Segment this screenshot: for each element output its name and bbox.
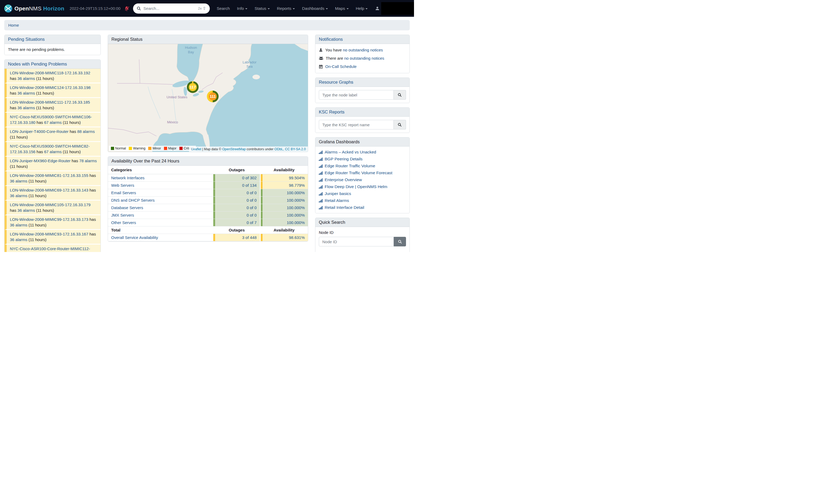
grafana-dashboard-item: Edge Router Traffic Volume Forecast [319, 171, 406, 175]
availability-category-link[interactable]: Database Servers [111, 205, 143, 210]
node-alarms-link[interactable]: 36 alarms [17, 105, 35, 110]
user-menu[interactable] [375, 2, 414, 15]
availability-category: JMX Servers [108, 212, 213, 219]
nav-item-search[interactable]: Search [217, 6, 230, 11]
node-id-search-button[interactable] [394, 237, 406, 246]
node-alarms-link[interactable]: 36 alarms [17, 91, 35, 95]
grafana-dashboard-link[interactable]: Retail Alarms [325, 198, 349, 203]
nav-item-reports[interactable]: Reports [277, 6, 295, 11]
node-alarms-link[interactable]: 36 alarms [17, 208, 35, 213]
global-search-input[interactable] [143, 6, 196, 11]
notifications-panel: Notifications You have no outstanding no… [315, 35, 410, 73]
node-problem-item: LON-Juniper-MX960-Edge-Router has 78 ala… [4, 156, 100, 171]
node-link[interactable]: LON-Juniper-MX960-Edge-Router [10, 158, 71, 163]
ksc-reports-header: KSC Reports [315, 108, 410, 117]
nav-item-status[interactable]: Status [255, 6, 270, 11]
grafana-dashboard-link[interactable]: Edge Router Traffic Volume [325, 164, 375, 168]
grafana-dashboard-item: Edge Router Traffic Volume [319, 164, 406, 168]
nav-item-maps[interactable]: Maps [335, 6, 349, 11]
resource-graphs-header: Resource Graphs [315, 78, 410, 87]
grafana-dashboard-link[interactable]: Enterprise Overview [325, 177, 362, 182]
duration-text: (11 hours) [35, 91, 54, 95]
brand-nms: NMS [29, 5, 41, 11]
grafana-dashboard-link[interactable]: Retail Interface Detail [325, 205, 364, 210]
availability-category-link[interactable]: DNS and DHCP Servers [111, 198, 155, 202]
openstreetmap-link[interactable]: OpenStreetMap [222, 147, 246, 151]
node-link[interactable]: LON-Window-2008-MIMIC105-172.16.33.179 [10, 202, 91, 207]
node-link[interactable]: LON-Window-2008-MIMIC118-172.16.33.192 [10, 71, 90, 75]
resource-graphs-title-link[interactable]: Resource Graphs [319, 80, 353, 84]
availability-percvalue-cell: 100.000% [260, 212, 308, 219]
node-alarms-link[interactable]: 36 alarms [10, 223, 28, 227]
brand[interactable]: OpenNMSHorizon [4, 4, 64, 12]
map-cluster-count: 117 [189, 83, 197, 91]
nav-item-help[interactable]: Help [356, 6, 368, 11]
node-link[interactable]: NYC-Cisco-ASR100-Core-Router-MIMIC112-17… [10, 246, 90, 252]
availability-category: Network Interfaces [108, 174, 213, 182]
ksc-reports-input[interactable] [319, 120, 394, 130]
user-notices-link[interactable]: no outstanding notices [343, 48, 383, 52]
node-link[interactable]: LON-Window-2008-MIMIC69-172.16.33.143 [10, 188, 88, 192]
availability-row: Overall Service Availability3 of 44898.6… [108, 234, 308, 241]
node-id-input[interactable] [319, 237, 394, 246]
license-link[interactable]: ODbL, CC BY-SA 2.0 [274, 147, 306, 151]
node-link[interactable]: LON-Window-2008-MIMIC99-172.16.33.173 [10, 217, 88, 222]
nodes-pending-problems-title-link[interactable]: Nodes with Pending Problems [8, 61, 67, 66]
leaflet-link[interactable]: Leaflet [191, 147, 201, 151]
chevron-down-icon [366, 8, 368, 9]
node-alarms-link[interactable]: 36 alarms [17, 76, 35, 81]
node-alarms-link[interactable]: 67 alarms [44, 120, 61, 125]
availability-category-link[interactable]: Email Servers [111, 190, 136, 195]
node-alarms-link[interactable]: 36 alarms [10, 179, 28, 183]
resource-graphs-search-button[interactable] [394, 90, 406, 100]
resource-graphs-input[interactable] [319, 90, 394, 100]
node-link[interactable]: LON-Window-2008-MIMIC124-172.16.33.198 [10, 85, 91, 90]
availability-category-link[interactable]: JMX Servers [111, 213, 134, 217]
node-alarms-link[interactable]: 36 alarms [10, 193, 28, 198]
map-cluster-marker[interactable]: 117 [187, 81, 199, 93]
availability-category-link[interactable]: Network Interfaces [111, 176, 144, 180]
availability-category-link[interactable]: Web Servers [111, 183, 134, 188]
node-alarms-link[interactable]: 67 alarms [44, 149, 61, 154]
people-icon [319, 56, 323, 62]
node-alarms-link[interactable]: 36 alarms [10, 237, 28, 242]
notifications-header: Notifications [315, 35, 410, 44]
availability-category-link[interactable]: Overall Service Availability [111, 235, 158, 240]
redacted-username[interactable] [381, 2, 414, 15]
grafana-dashboard-link[interactable]: BGP Peering Details [325, 156, 363, 162]
grafana-dashboard-link[interactable]: Juniper basics [325, 191, 351, 196]
notifications-title-link[interactable]: Notifications [319, 37, 343, 42]
has-text: has [10, 208, 17, 213]
nav-item-dashboards[interactable]: Dashboards [302, 6, 328, 11]
map-cluster-marker[interactable]: 111 [207, 91, 219, 102]
map-cluster-count: 111 [209, 92, 217, 100]
notifications-off-icon[interactable] [124, 6, 129, 11]
availability-category: Email Servers [108, 189, 213, 196]
ksc-reports-search-button[interactable] [394, 120, 406, 130]
has-text: has [36, 149, 44, 154]
availability-category: DNS and DHCP Servers [108, 196, 213, 204]
pending-situations-title-link[interactable]: Pending Situations [8, 37, 45, 42]
grafana-dashboard-link[interactable]: Edge Router Traffic Volume Forecast [325, 171, 392, 175]
has-text: has [10, 91, 17, 95]
pending-situations-header: Pending Situations [4, 35, 100, 44]
node-link[interactable]: LON-Window-2008-MIMIC111-172.16.33.185 [10, 100, 90, 104]
grafana-dashboard-link[interactable]: Alarms – Acked vs Unacked [325, 150, 376, 154]
breadcrumb-home-link[interactable]: Home [8, 23, 19, 28]
node-link[interactable]: LON-Window-2008-MIMIC93-172.16.33.167 [10, 232, 88, 236]
col-outages: Outages [213, 166, 260, 174]
oncall-schedule-link[interactable]: On-Call Schedule [325, 64, 357, 70]
region-map[interactable]: Hudson BayLabrador SeaUnited StatesMéxic… [108, 44, 308, 152]
grafana-dashboard-link[interactable]: Flow Deep Dive | OpenNMS Helm [325, 184, 387, 189]
has-text: has [36, 120, 44, 125]
all-notices-link[interactable]: no outstanding notices [344, 56, 384, 60]
ksc-reports-title-link[interactable]: KSC Reports [319, 109, 344, 114]
nav-item-info[interactable]: Info [237, 6, 247, 11]
node-alarms-link[interactable]: 88 alarms [77, 129, 95, 134]
node-link[interactable]: LON-Juniper-T4000-Core-Router [10, 129, 69, 134]
node-link[interactable]: LON-Window-2008-MIMIC81-172.16.33.155 [10, 173, 88, 178]
availability-category-link[interactable]: Other Servers [111, 220, 136, 225]
total-outages-header: Outages [213, 226, 260, 234]
node-alarms-link[interactable]: 78 alarms [79, 158, 97, 163]
total-availability-header: Availability [260, 226, 308, 234]
